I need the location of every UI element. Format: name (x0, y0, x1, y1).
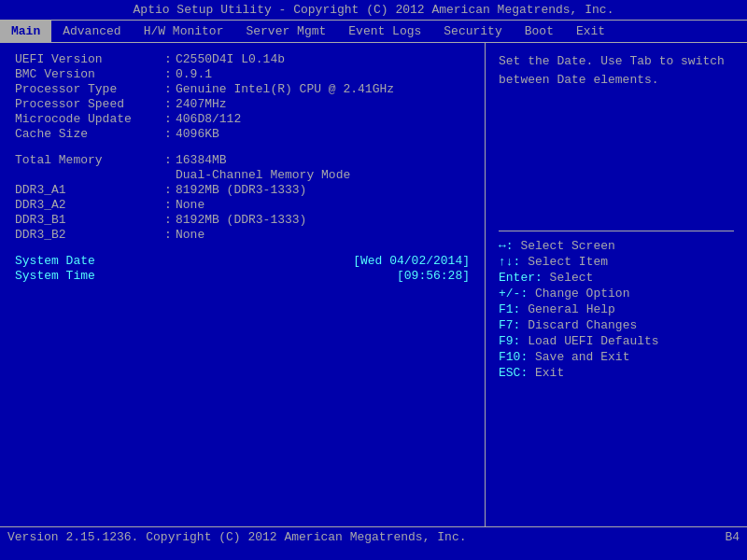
memory-value: None (176, 228, 204, 242)
system-date-row[interactable]: System Date[Wed 04/02/2014] (15, 254, 470, 268)
memory-row: DDR3_A1:8192MB (DDR3-1333) (15, 183, 470, 197)
memory-value: 16384MB (176, 153, 227, 167)
info-value: 0.9.1 (176, 67, 212, 81)
memory-colon (164, 168, 176, 182)
memory-label (15, 168, 164, 182)
key-label: +/-: (499, 287, 535, 301)
key-hint: F1: General Help (499, 302, 734, 316)
key-label: F7: (499, 318, 528, 332)
info-colon: : (164, 112, 176, 126)
memory-value: 8192MB (DDR3-1333) (176, 213, 306, 227)
info-label: Cache Size (15, 127, 164, 141)
memory-row: DDR3_A2:None (15, 198, 470, 212)
memory-colon: : (164, 153, 176, 167)
memory-label: Total Memory (15, 153, 164, 167)
key-label: ↔: (499, 239, 520, 253)
info-row: BMC Version:0.9.1 (15, 67, 470, 81)
menu-item-security[interactable]: Security (432, 21, 513, 42)
memory-label: DDR3_B1 (15, 213, 164, 227)
info-row: Processor Type:Genuine Intel(R) CPU @ 2.… (15, 82, 470, 96)
info-label: BMC Version (15, 67, 164, 81)
menu-bar: MainAdvancedH/W MonitorServer MgmtEvent … (0, 20, 747, 43)
system-time-label: System Time (15, 269, 164, 283)
key-label: Enter: (499, 271, 550, 285)
key-desc: General Help (528, 302, 615, 316)
key-desc: Select Screen (520, 239, 614, 253)
key-label: F9: (499, 334, 528, 348)
memory-label: DDR3_B2 (15, 228, 164, 242)
info-colon: : (164, 67, 176, 81)
key-hint: F9: Load UEFI Defaults (499, 334, 734, 348)
system-date-value[interactable]: [Wed 04/02/2014] (353, 254, 470, 268)
memory-colon: : (164, 228, 176, 242)
key-desc: Save and Exit (535, 350, 629, 364)
memory-value: None (176, 198, 204, 212)
info-row: Microcode Update:406D8/112 (15, 112, 470, 126)
help-text: Set the Date. Use Tab to switch between … (499, 52, 734, 89)
key-label: F10: (499, 350, 535, 364)
memory-colon: : (164, 213, 176, 227)
key-desc: Exit (535, 366, 564, 380)
info-label: Processor Speed (15, 97, 164, 111)
menu-item-main[interactable]: Main (0, 21, 51, 42)
info-colon: : (164, 52, 176, 66)
key-desc: Load UEFI Defaults (528, 334, 658, 348)
info-colon: : (164, 127, 176, 141)
info-value: 406D8/112 (176, 112, 241, 126)
key-hint: F10: Save and Exit (499, 350, 734, 364)
key-hint: Enter: Select (499, 271, 734, 285)
key-hint: +/-: Change Option (499, 287, 734, 301)
content-area: UEFI Version:C2550D4I L0.14bBMC Version:… (0, 43, 747, 526)
system-time-value[interactable]: [09:56:28] (397, 269, 470, 283)
memory-label: DDR3_A1 (15, 183, 164, 197)
footer-badge: B4 (725, 530, 740, 544)
left-panel: UEFI Version:C2550D4I L0.14bBMC Version:… (0, 43, 486, 526)
divider (499, 231, 734, 231)
info-row: Processor Speed:2407MHz (15, 97, 470, 111)
info-value: 2407MHz (176, 97, 227, 111)
info-row: Cache Size:4096KB (15, 127, 470, 141)
system-date-label: System Date (15, 254, 164, 268)
info-value: C2550D4I L0.14b (176, 52, 285, 66)
key-hint: ↔: Select Screen (499, 239, 734, 253)
info-value: 4096KB (176, 127, 219, 141)
info-colon: : (164, 97, 176, 111)
key-label: ESC: (499, 366, 535, 380)
key-hint: ↑↓: Select Item (499, 255, 734, 269)
key-desc: Select Item (528, 255, 608, 269)
memory-row: Total Memory:16384MB (15, 153, 470, 167)
memory-colon: : (164, 198, 176, 212)
info-value: Genuine Intel(R) CPU @ 2.41GHz (176, 82, 394, 96)
key-label: ↑↓: (499, 255, 528, 269)
title-text: Aptio Setup Utility - Copyright (C) 2012… (134, 3, 614, 17)
menu-item-event-logs[interactable]: Event Logs (337, 21, 432, 42)
memory-row: DDR3_B1:8192MB (DDR3-1333) (15, 213, 470, 227)
info-label: UEFI Version (15, 52, 164, 66)
memory-row: DDR3_B2:None (15, 228, 470, 242)
memory-row: Dual-Channel Memory Mode (15, 168, 470, 182)
right-panel: Set the Date. Use Tab to switch between … (486, 43, 747, 526)
memory-value: 8192MB (DDR3-1333) (176, 183, 306, 197)
footer-text: Version 2.15.1236. Copyright (C) 2012 Am… (7, 530, 466, 544)
key-label: F1: (499, 302, 528, 316)
key-desc: Change Option (535, 287, 629, 301)
system-time-row[interactable]: System Time[09:56:28] (15, 269, 470, 283)
title-bar: Aptio Setup Utility - Copyright (C) 2012… (0, 0, 747, 20)
info-label: Processor Type (15, 82, 164, 96)
key-desc: Discard Changes (528, 318, 637, 332)
info-colon: : (164, 82, 176, 96)
info-row: UEFI Version:C2550D4I L0.14b (15, 52, 470, 66)
footer: Version 2.15.1236. Copyright (C) 2012 Am… (0, 526, 747, 547)
menu-item-boot[interactable]: Boot (514, 21, 565, 42)
key-hint: ESC: Exit (499, 366, 734, 380)
menu-item-advanced[interactable]: Advanced (51, 21, 132, 42)
memory-colon: : (164, 183, 176, 197)
memory-value: Dual-Channel Memory Mode (176, 168, 350, 182)
key-desc: Select (550, 271, 594, 285)
menu-item-exit[interactable]: Exit (565, 21, 616, 42)
memory-label: DDR3_A2 (15, 198, 164, 212)
menu-item-h/w-monitor[interactable]: H/W Monitor (133, 21, 235, 42)
key-hint: F7: Discard Changes (499, 318, 734, 332)
menu-item-server-mgmt[interactable]: Server Mgmt (234, 21, 337, 42)
info-label: Microcode Update (15, 112, 164, 126)
